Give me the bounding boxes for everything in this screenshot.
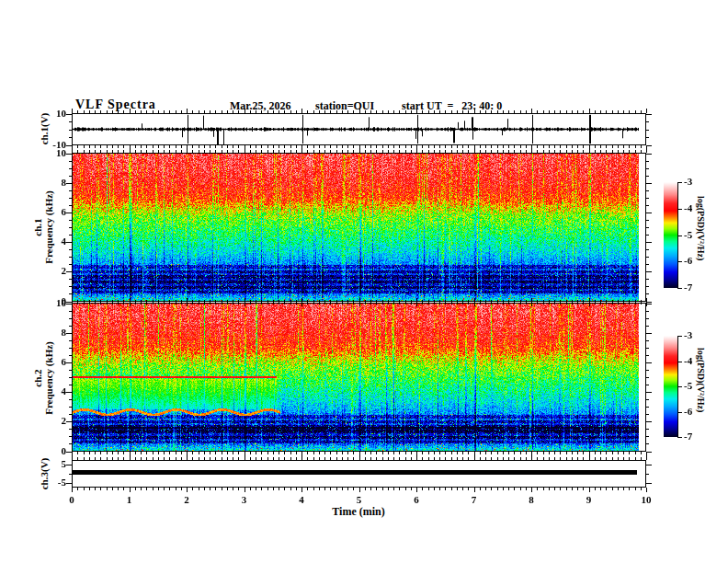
x-tick-label: 6 <box>405 494 427 505</box>
freq-tick-label: 10 <box>46 297 66 308</box>
ch1-volt-tick-label: -10 <box>40 139 66 150</box>
colorbar-tick-label: -7 <box>684 282 692 293</box>
axis-ticks-canvas <box>0 0 728 563</box>
x-tick-label: 10 <box>635 494 657 505</box>
x-tick-label: 5 <box>348 494 370 505</box>
freq-tick-label: 8 <box>46 327 66 338</box>
freq-tick-label: 6 <box>46 356 66 367</box>
colorbar-tick-label: -5 <box>684 380 692 391</box>
ch1-volt-tick-label: 10 <box>40 108 66 119</box>
x-tick-label: 9 <box>578 494 600 505</box>
vlf-spectra-figure: VLF Spectra Mar.25, 2026 station=OUI sta… <box>0 0 728 563</box>
colorbar-tick-label: -5 <box>684 229 692 240</box>
colorbar-tick-label: -7 <box>684 431 692 442</box>
colorbar-tick-label: -3 <box>684 176 692 187</box>
x-tick-label: 7 <box>463 494 485 505</box>
x-tick-label: 4 <box>290 494 313 505</box>
x-tick-label: 1 <box>119 494 141 505</box>
ch3-volt-tick-label: 5 <box>40 458 66 469</box>
colorbar-tick-label: -6 <box>684 406 692 417</box>
freq-tick-label: 2 <box>46 265 66 276</box>
freq-tick-label: 2 <box>46 415 66 426</box>
freq-tick-label: 4 <box>46 385 66 396</box>
freq-tick-label: 0 <box>46 445 66 456</box>
colorbar-tick-label: -3 <box>684 329 692 340</box>
x-tick-label: 2 <box>176 494 198 505</box>
x-tick-label: 3 <box>233 494 256 505</box>
freq-tick-label: 8 <box>46 177 66 188</box>
colorbar-tick-label: -4 <box>684 355 692 366</box>
x-tick-label: 8 <box>520 494 542 505</box>
freq-tick-label: 4 <box>46 236 66 247</box>
x-tick-label: 0 <box>61 494 83 505</box>
colorbar-tick-label: -6 <box>684 255 692 266</box>
colorbar-tick-label: -4 <box>684 202 692 213</box>
freq-tick-label: 6 <box>46 206 66 217</box>
ch3-volt-tick-label: -5 <box>40 477 66 488</box>
